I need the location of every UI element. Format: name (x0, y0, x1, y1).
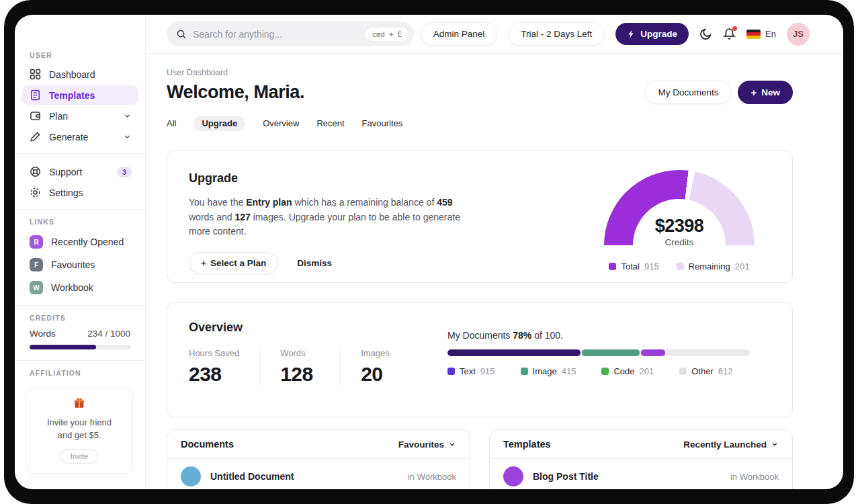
legend-item-remaining: Remaining 201 (677, 261, 750, 271)
select-plan-button[interactable]: + Select a Plan (189, 252, 278, 274)
affiliation-card: Invite your friend and get $5. Invite (26, 388, 133, 474)
new-button[interactable]: + New (738, 81, 793, 104)
sidebar-link-favourites[interactable]: F Favourites (22, 254, 138, 276)
template-name: Blog Post Title (533, 471, 599, 482)
template-location: in Workbook (730, 472, 779, 482)
credits-label: Credits (604, 237, 755, 247)
my-documents-button[interactable]: My Documents (645, 81, 731, 104)
sidebar-item-generate[interactable]: Generate (22, 127, 138, 146)
legend-swatch (447, 368, 455, 375)
overview-card: Overview Hours Saved 238 Words 128 Image… (167, 302, 793, 417)
main-area: cmd + E Admin Panel Trial - 2 Days Left … (146, 15, 843, 489)
credits-gauge-legend: Total 915 Remaining 201 (604, 261, 755, 271)
sidebar-item-label: Generate (49, 132, 88, 142)
sidebar-item-support[interactable]: Support 3 (22, 162, 138, 181)
sidebar-divider (15, 305, 145, 306)
lifebuoy-icon (30, 166, 41, 177)
documents-progress-title: My Documents 78% of 100. (447, 330, 750, 341)
documents-card-title: Documents (181, 439, 234, 450)
documents-progress-block: My Documents 78% of 100. Text 915 Image (447, 330, 750, 376)
user-avatar[interactable]: JS (787, 23, 810, 46)
sidebar-section-links: LINKS (15, 218, 145, 231)
link-letter-avatar: W (30, 281, 43, 294)
trial-status-button[interactable]: Trial - 2 Days Left (508, 22, 605, 46)
affiliation-text: Invite your friend and get $5. (33, 417, 126, 442)
search-input[interactable] (193, 29, 359, 40)
upgrade-card: Upgrade You have the Entry plan which ha… (167, 151, 793, 283)
documents-card: Documents Favourites Untitled Document (167, 429, 470, 489)
legend-item-total: Total 915 (609, 261, 658, 271)
pencil-icon (30, 131, 41, 142)
dismiss-button[interactable]: Dismiss (297, 258, 332, 268)
germany-flag-icon (746, 30, 761, 39)
support-count-badge: 3 (117, 167, 132, 177)
template-list-item[interactable]: Blog Post Title in Workbook (490, 459, 792, 489)
chevron-down-icon (123, 132, 132, 141)
sidebar-section-user: USER (15, 51, 145, 65)
sidebar-item-dashboard[interactable]: Dashboard (22, 65, 138, 84)
sidebar-link-recently-opened[interactable]: R Recently Opened (22, 231, 138, 253)
breadcrumb: User Dashboard (167, 68, 793, 77)
sidebar-divider (15, 153, 145, 154)
stat-hours-saved: Hours Saved 238 (189, 348, 260, 386)
sidebar-divider (15, 360, 145, 361)
tab-all[interactable]: All (167, 116, 176, 131)
notification-dot (732, 26, 737, 31)
legend-item-code: Code 201 (601, 366, 654, 376)
legend-swatch (609, 263, 616, 270)
dark-mode-toggle[interactable] (699, 28, 712, 40)
sidebar: USER Dashboard Templates Plan (15, 15, 146, 489)
tab-upgrade[interactable]: Upgrade (194, 116, 245, 131)
stat-images: Images 20 (361, 348, 421, 386)
sidebar-section-affiliation: AFFILIATION (15, 369, 145, 382)
admin-panel-button[interactable]: Admin Panel (421, 22, 498, 46)
legend-swatch (679, 368, 687, 375)
sidebar-item-label: Dashboard (49, 69, 95, 80)
chevron-down-icon (123, 112, 132, 120)
search-icon (176, 29, 187, 40)
sidebar-item-label: Templates (49, 90, 95, 101)
chevron-down-icon (448, 440, 456, 448)
sidebar-link-label: Favourites (51, 259, 95, 270)
documents-filter-dropdown[interactable]: Favourites (398, 439, 456, 450)
tab-recent[interactable]: Recent (316, 116, 344, 131)
invite-button[interactable]: Invite (60, 449, 98, 464)
plus-icon: + (750, 87, 757, 98)
legend-swatch (677, 263, 684, 270)
tab-overview[interactable]: Overview (263, 116, 299, 131)
document-name: Untitled Document (210, 471, 294, 482)
templates-card-title: Templates (503, 439, 551, 450)
sidebar-item-label: Settings (49, 187, 83, 198)
screen: USER Dashboard Templates Plan (0, 0, 858, 504)
stat-words: Words 128 (280, 348, 341, 386)
sidebar-item-plan[interactable]: Plan (22, 106, 138, 126)
document-list-item[interactable]: Untitled Document in Workbook (167, 459, 470, 489)
upgrade-button[interactable]: Upgrade (615, 23, 689, 45)
templates-icon (30, 89, 41, 101)
app-window: USER Dashboard Templates Plan (15, 15, 843, 489)
sidebar-item-settings[interactable]: Settings (22, 183, 138, 202)
sidebar-link-workbook[interactable]: W Workbook (22, 277, 138, 298)
search-shortcut-kbd: cmd + E (366, 28, 409, 41)
bar-segment-text (447, 349, 581, 356)
search-bar[interactable]: cmd + E (167, 22, 414, 46)
words-usage: 234 / 1000 (87, 329, 130, 339)
tab-bar: All Upgrade Overview Recent Favourites (167, 116, 793, 131)
tab-favourites[interactable]: Favourites (362, 116, 403, 131)
legend-item-text: Text 915 (447, 366, 495, 376)
document-location: in Workbook (408, 472, 456, 482)
legend-item-other: Other 612 (679, 366, 732, 376)
sidebar-divider (15, 209, 145, 210)
templates-filter-dropdown[interactable]: Recently Launched (683, 439, 779, 450)
sidebar-item-templates[interactable]: Templates (22, 85, 138, 105)
template-avatar (503, 466, 523, 487)
sidebar-link-label: Workbook (51, 282, 93, 293)
legend-item-image: Image 415 (521, 366, 576, 376)
notifications-button[interactable] (723, 28, 736, 40)
language-selector[interactable]: En (746, 29, 776, 39)
page-title: Welcome, Maria. (167, 82, 304, 103)
top-bar-actions: Admin Panel Trial - 2 Days Left Upgrade (421, 22, 810, 46)
gift-icon (73, 397, 85, 409)
documents-stacked-bar (447, 349, 750, 356)
language-code: En (765, 29, 776, 39)
